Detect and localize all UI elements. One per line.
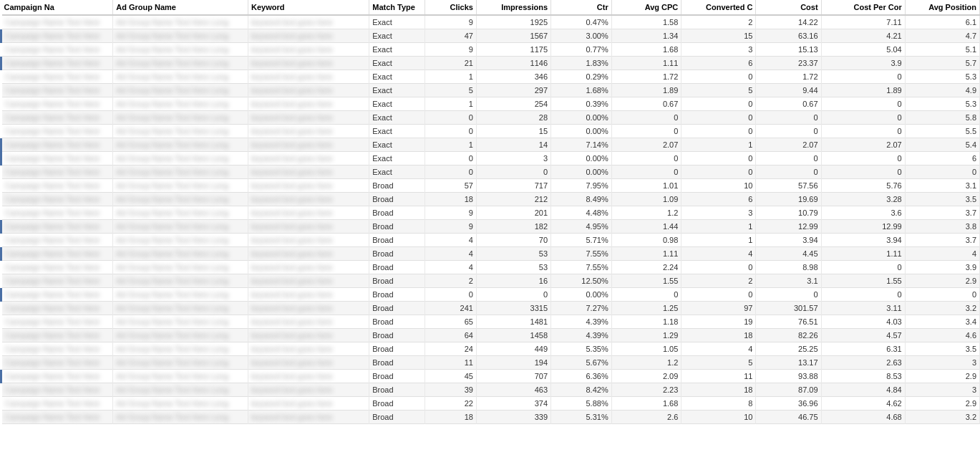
campaign-cell: Campaign Name Text Here (1, 342, 113, 356)
header-cost[interactable]: Cost (756, 0, 821, 15)
table-row: Campaign Name Text HereAd Group Name Tex… (1, 29, 980, 43)
campaign-cell: Campaign Name Text Here (1, 70, 113, 84)
numeric-cell: 0 (821, 70, 905, 84)
numeric-cell: 1.05 (611, 342, 681, 356)
campaign-cell: Campaign Name Text Here (1, 302, 113, 315)
numeric-cell: 10 (681, 411, 756, 424)
numeric-cell: 0 (476, 288, 550, 302)
numeric-cell: 7.14% (551, 138, 612, 152)
numeric-cell: 18 (425, 411, 477, 424)
numeric-cell: 24 (425, 342, 477, 356)
header-costperconv[interactable]: Cost Per Cor (821, 0, 905, 15)
header-impressions[interactable]: Impressions (476, 0, 550, 15)
numeric-cell: 5 (681, 356, 756, 370)
numeric-cell: 1 (425, 70, 477, 84)
adgroup-cell: Ad Group Name Text Here Long (113, 70, 248, 84)
numeric-cell: 3.5 (905, 342, 979, 356)
match-cell: Exact (369, 43, 425, 57)
header-converted[interactable]: Converted C (681, 0, 756, 15)
numeric-cell: 4.39% (551, 315, 612, 329)
header-campaign[interactable]: Campaign Na (1, 0, 113, 15)
numeric-cell: 76.51 (756, 315, 821, 329)
match-cell: Broad (369, 329, 425, 342)
header-clicks[interactable]: Clicks (425, 0, 477, 15)
numeric-cell: 8.98 (756, 261, 821, 274)
numeric-cell: 7.55% (551, 261, 612, 274)
numeric-cell: 1.2 (611, 356, 681, 370)
numeric-cell: 4 (681, 247, 756, 261)
numeric-cell: 4.95% (551, 220, 612, 234)
adgroup-cell: Ad Group Name Text Here Long (113, 411, 248, 424)
match-cell: Exact (369, 125, 425, 138)
numeric-cell: 82.26 (756, 329, 821, 342)
adgroup-cell: Ad Group Name Text Here Long (113, 383, 248, 397)
numeric-cell: 2.9 (905, 274, 979, 288)
numeric-cell: 0 (756, 166, 821, 179)
campaign-cell: Campaign Name Text Here (1, 125, 113, 138)
numeric-cell: 5.31% (551, 411, 612, 424)
campaign-cell: Campaign Name Text Here (1, 247, 113, 261)
campaign-cell: Campaign Name Text Here (1, 111, 113, 125)
numeric-cell: 0 (821, 166, 905, 179)
numeric-cell: 1925 (476, 15, 550, 29)
adgroup-cell: Ad Group Name Text Here Long (113, 342, 248, 356)
numeric-cell: 1.29 (611, 329, 681, 342)
numeric-cell: 28 (476, 111, 550, 125)
numeric-cell: 5.3 (905, 97, 979, 111)
adgroup-cell: Ad Group Name Text Here Long (113, 152, 248, 166)
match-cell: Exact (369, 29, 425, 43)
numeric-cell: 3.4 (905, 315, 979, 329)
numeric-cell: 1175 (476, 43, 550, 57)
numeric-cell: 0 (611, 166, 681, 179)
numeric-cell: 0 (681, 111, 756, 125)
numeric-cell: 53 (476, 261, 550, 274)
header-ctr[interactable]: Ctr (551, 0, 612, 15)
numeric-cell: 3.6 (821, 206, 905, 220)
header-adgroup[interactable]: Ad Group Name (113, 0, 248, 15)
keyword-cell: keyword text goes here (248, 411, 369, 424)
numeric-cell: 0 (821, 152, 905, 166)
numeric-cell: 3 (905, 356, 979, 370)
numeric-cell: 25.25 (756, 342, 821, 356)
header-avgpos[interactable]: Avg Position (905, 0, 979, 15)
header-avgcpc[interactable]: Avg CPC (611, 0, 681, 15)
numeric-cell: 9 (425, 15, 477, 29)
campaign-cell: Campaign Name Text Here (1, 152, 113, 166)
adgroup-cell: Ad Group Name Text Here Long (113, 261, 248, 274)
numeric-cell: 182 (476, 220, 550, 234)
numeric-cell: 0.00% (551, 111, 612, 125)
numeric-cell: 1.72 (756, 70, 821, 84)
numeric-cell: 6 (681, 193, 756, 206)
numeric-cell: 14.22 (756, 15, 821, 29)
table-row: Campaign Name Text HereAd Group Name Tex… (1, 43, 980, 57)
keyword-cell: keyword text goes here (248, 57, 369, 70)
adgroup-cell: Ad Group Name Text Here Long (113, 125, 248, 138)
numeric-cell: 1.58 (611, 15, 681, 29)
numeric-cell: 1 (681, 234, 756, 247)
numeric-cell: 0 (821, 97, 905, 111)
match-cell: Broad (369, 315, 425, 329)
numeric-cell: 4 (681, 342, 756, 356)
numeric-cell: 1.11 (611, 57, 681, 70)
header-match[interactable]: Match Type (369, 0, 425, 15)
table-row: Campaign Name Text HereAd Group Name Tex… (1, 193, 980, 206)
table-row: Campaign Name Text HereAd Group Name Tex… (1, 220, 980, 234)
campaign-cell: Campaign Name Text Here (1, 166, 113, 179)
table-row: Campaign Name Text HereAd Group Name Tex… (1, 234, 980, 247)
numeric-cell: 1 (425, 138, 477, 152)
numeric-cell: 194 (476, 356, 550, 370)
keyword-cell: keyword text goes here (248, 166, 369, 179)
match-cell: Broad (369, 288, 425, 302)
numeric-cell: 0.77% (551, 43, 612, 57)
keyword-cell: keyword text goes here (248, 125, 369, 138)
numeric-cell: 0 (681, 125, 756, 138)
adgroup-cell: Ad Group Name Text Here Long (113, 234, 248, 247)
numeric-cell: 53 (476, 247, 550, 261)
adgroup-cell: Ad Group Name Text Here Long (113, 247, 248, 261)
numeric-cell: 1.2 (611, 206, 681, 220)
numeric-cell: 8.42% (551, 383, 612, 397)
numeric-cell: 1.18 (611, 315, 681, 329)
numeric-cell: 6.31 (821, 342, 905, 356)
match-cell: Broad (369, 247, 425, 261)
header-keyword[interactable]: Keyword (248, 0, 369, 15)
